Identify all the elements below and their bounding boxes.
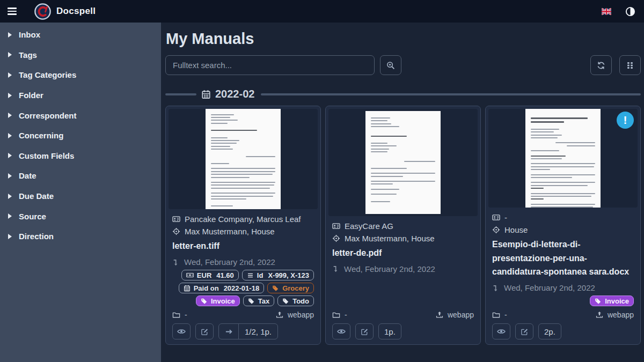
goto-pages-button[interactable]: 1/2, 1p. — [218, 323, 278, 339]
item-card[interactable]: ! — [485, 106, 641, 345]
sidebar-item-label: Correspondent — [19, 111, 77, 120]
tag-icon — [201, 298, 208, 305]
caret-right-icon — [8, 52, 12, 57]
arrow-right-icon[interactable] — [219, 324, 238, 339]
tag-icon — [595, 298, 602, 305]
item-date-row: Wed, February 2nd, 2022 — [332, 264, 474, 274]
correspondent-label: Pancake Company, Marcus Leaf — [185, 215, 301, 224]
sidebar-item-concerning[interactable]: Concerning — [0, 125, 161, 146]
edit-button[interactable] — [195, 323, 214, 339]
edit-button[interactable] — [515, 323, 533, 339]
item-filename: letter-de.pdf — [332, 246, 474, 260]
sidebar-item-label: Source — [19, 212, 46, 221]
item-date-label: Wed, February 2nd, 2022 — [344, 264, 435, 274]
caret-right-icon — [8, 32, 12, 38]
correspondent-row: - — [492, 213, 634, 222]
grid-view-icon — [626, 61, 634, 70]
item-card[interactable]: EasyCare AG Max Mustermann, House letter… — [325, 106, 481, 345]
calendar-icon — [201, 90, 211, 99]
item-list-area: My Manuals 2022-02 — [161, 23, 644, 362]
caret-right-icon — [8, 93, 12, 98]
pages-badge[interactable]: 2p. — [538, 323, 561, 339]
search-button[interactable] — [380, 55, 401, 75]
item-cards-row: Pancake Company, Marcus Leaf Max Musterm… — [165, 106, 641, 345]
sidebar-item-source[interactable]: Source — [0, 206, 161, 226]
dark-mode-toggle-icon[interactable] — [625, 6, 635, 17]
tag-badge: Invoice — [590, 295, 634, 306]
folder-source-row: - webapp — [332, 311, 474, 319]
caret-right-icon — [8, 153, 12, 158]
new-item-badge: ! — [617, 112, 634, 129]
search-plus-icon — [386, 61, 395, 70]
eye-icon — [497, 327, 506, 336]
app-brand[interactable]: Docspell — [34, 3, 96, 20]
tag-badge: Todo — [277, 295, 314, 306]
item-date-row: Wed, February 2nd, 2022 — [492, 283, 634, 292]
folder-label: - — [504, 311, 507, 319]
item-thumbnail[interactable] — [488, 109, 638, 208]
item-thumbnail[interactable] — [328, 109, 478, 216]
caret-right-icon — [8, 133, 12, 138]
tag-icon — [248, 298, 255, 305]
tag-icon — [282, 298, 289, 305]
sidebar-item-custom-fields[interactable]: Custom Fields — [0, 146, 161, 166]
menu-icon[interactable] — [1, 0, 23, 23]
sidebar-item-inbox[interactable]: Inbox — [0, 25, 161, 45]
preview-button[interactable] — [332, 323, 350, 339]
level-down-icon — [332, 265, 340, 272]
divider — [261, 93, 641, 95]
caret-right-icon — [8, 113, 12, 118]
view-toggle-button[interactable] — [619, 55, 641, 75]
edit-icon — [521, 328, 529, 336]
sidebar-item-folder[interactable]: Folder — [0, 85, 161, 106]
category-badge: Grocery — [267, 283, 314, 293]
paid-on-field-badge: Paid on2022-01-18 — [179, 283, 264, 293]
preview-button[interactable] — [492, 323, 510, 339]
sidebar-item-correspondent[interactable]: Correspondent — [0, 105, 161, 125]
date-group-header: 2022-02 — [165, 88, 641, 100]
refresh-button[interactable] — [590, 55, 612, 75]
sidebar-item-direction[interactable]: Direction — [0, 226, 161, 247]
top-navbar: Docspell — [0, 0, 644, 23]
folder-icon — [332, 311, 340, 319]
pages-badge[interactable]: 1p. — [378, 323, 401, 339]
card-actions: 2p. — [492, 323, 634, 339]
address-card-icon — [332, 222, 340, 230]
correspondent-row: EasyCare AG — [332, 221, 474, 231]
document-preview — [365, 111, 441, 214]
edit-button[interactable] — [355, 323, 374, 339]
address-card-icon — [492, 213, 500, 221]
folder-label: - — [185, 311, 187, 319]
folder-icon — [172, 311, 180, 319]
folder-source-row: - webapp — [492, 311, 634, 319]
tag-badge: Tax — [243, 295, 274, 306]
caret-right-icon — [8, 234, 12, 239]
upload-icon — [436, 311, 443, 319]
pages-label[interactable]: 1/2, 1p. — [238, 324, 277, 339]
document-preview — [525, 109, 601, 208]
sidebar-item-tag-categories[interactable]: Tag Categories — [0, 65, 161, 85]
concerning-label: House — [504, 225, 528, 234]
source-label: webapp — [448, 311, 474, 319]
language-flag-icon[interactable] — [602, 8, 611, 15]
item-card[interactable]: Pancake Company, Marcus Leaf Max Musterm… — [165, 106, 321, 345]
sidebar-item-tags[interactable]: Tags — [0, 45, 161, 65]
folder-label: - — [345, 311, 347, 319]
calendar-icon — [184, 285, 191, 292]
sidebar-item-date[interactable]: Date — [0, 166, 161, 186]
sidebar-item-due-date[interactable]: Due Date — [0, 186, 161, 206]
card-actions: 1p. — [332, 323, 474, 339]
sidebar-item-label: Tags — [19, 50, 37, 60]
caret-right-icon — [8, 72, 12, 78]
correspondent-label: - — [504, 213, 507, 222]
fulltext-search-input[interactable] — [165, 55, 375, 75]
correspondent-row: Pancake Company, Marcus Leaf — [172, 215, 314, 224]
tag-badges: Invoice — [492, 295, 634, 306]
item-thumbnail[interactable] — [169, 109, 318, 209]
level-down-icon — [172, 258, 180, 266]
edit-icon — [201, 328, 209, 336]
concerning-label: Max Mustermann, House — [345, 234, 435, 243]
edit-icon — [361, 328, 369, 336]
crosshair-icon — [332, 234, 340, 242]
preview-button[interactable] — [172, 323, 191, 339]
